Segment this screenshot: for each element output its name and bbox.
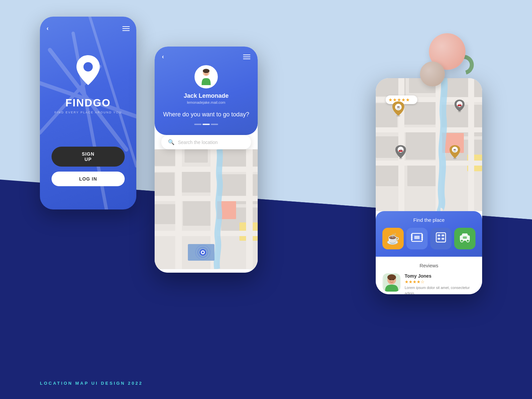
svg-rect-84 bbox=[463, 236, 467, 239]
svg-rect-24 bbox=[155, 231, 258, 236]
svg-text:🚗: 🚗 bbox=[457, 102, 462, 107]
svg-rect-80 bbox=[442, 238, 444, 240]
svg-rect-23 bbox=[155, 196, 258, 201]
svg-rect-42 bbox=[406, 131, 441, 160]
svg-rect-71 bbox=[411, 238, 413, 240]
svg-point-31 bbox=[202, 251, 204, 253]
svg-rect-75 bbox=[414, 236, 420, 239]
find-place-section: Find the place ☕ bbox=[376, 211, 482, 257]
phone2-map bbox=[155, 149, 258, 269]
review-content: Tomy Jones ★★★★☆ Lorem ipsum dolor sit a… bbox=[405, 273, 475, 294]
phone-map-search: ‹ bbox=[155, 47, 258, 273]
svg-rect-14 bbox=[155, 173, 175, 199]
page-indicator bbox=[194, 124, 218, 125]
svg-rect-70 bbox=[411, 236, 413, 238]
phone-find-place: ★★★★★ ☕ 🚗 bbox=[376, 78, 482, 294]
svg-rect-49 bbox=[376, 127, 482, 132]
phone1-buttons: SIGN UP LOG IN bbox=[40, 147, 136, 186]
phone2-search-area: 🔍 Search the location bbox=[155, 130, 258, 149]
decorative-sphere-taupe bbox=[420, 62, 445, 86]
signup-button[interactable]: SIGN UP bbox=[52, 147, 125, 167]
search-placeholder-text[interactable]: Search the location bbox=[178, 140, 218, 145]
indicator-1 bbox=[194, 124, 201, 125]
reviews-section: Reviews bbox=[376, 257, 482, 294]
login-button[interactable]: LOG IN bbox=[52, 172, 125, 186]
svg-rect-76 bbox=[436, 233, 446, 242]
user-avatar bbox=[195, 65, 218, 88]
phone-findgo: ‹ FINDGO FIND EVERY PLACE AROUND YOU bbox=[40, 17, 136, 209]
cat-taxi[interactable] bbox=[454, 228, 475, 249]
search-icon: 🔍 bbox=[168, 139, 175, 145]
svg-point-8 bbox=[204, 72, 205, 73]
review-item: Tomy Jones ★★★★☆ Lorem ipsum dolor sit a… bbox=[382, 273, 475, 294]
phone2-back-icon[interactable]: ‹ bbox=[162, 53, 164, 60]
star-rating: ★★★★☆ bbox=[405, 279, 475, 284]
svg-rect-50 bbox=[376, 161, 482, 166]
review-text: Lorem ipsum dolor sit amet, consectetur … bbox=[405, 285, 475, 294]
svg-rect-25 bbox=[175, 149, 182, 269]
svg-point-7 bbox=[203, 69, 209, 73]
avatar-svg bbox=[198, 68, 214, 85]
phone2-profile: Jack Lemonade lemonadejake.mail.com Wher… bbox=[162, 65, 250, 125]
svg-point-89 bbox=[393, 279, 394, 280]
svg-rect-69 bbox=[411, 234, 413, 236]
category-icons: ☕ bbox=[382, 228, 475, 249]
svg-rect-15 bbox=[181, 169, 211, 193]
svg-rect-72 bbox=[421, 234, 423, 236]
reviews-title: Reviews bbox=[382, 263, 475, 268]
user-email: lemonadejake.mail.com bbox=[187, 100, 225, 104]
svg-text:🚗: 🚗 bbox=[398, 148, 403, 152]
phone2-menu-icon[interactable] bbox=[243, 55, 250, 59]
svg-point-9 bbox=[207, 72, 208, 73]
svg-rect-77 bbox=[438, 234, 440, 236]
cat-coffee[interactable]: ☕ bbox=[382, 228, 404, 249]
svg-point-5 bbox=[83, 62, 93, 71]
phone3-map-svg: ★★★★★ ☕ 🚗 bbox=[376, 78, 482, 211]
svg-point-83 bbox=[466, 239, 469, 242]
footer-text: LOCATION MAP UI DESIGN 2022 bbox=[40, 381, 143, 386]
svg-rect-12 bbox=[185, 149, 208, 163]
svg-line-3 bbox=[90, 17, 136, 166]
svg-point-82 bbox=[461, 239, 463, 242]
phone2-header: ‹ bbox=[162, 53, 250, 60]
svg-rect-73 bbox=[421, 236, 423, 238]
indicator-3 bbox=[211, 124, 218, 125]
map-svg bbox=[155, 149, 258, 269]
phone2-top-section: ‹ bbox=[155, 47, 258, 135]
svg-rect-74 bbox=[421, 238, 423, 240]
user-question: Where do you want to go today? bbox=[163, 110, 249, 119]
svg-rect-78 bbox=[442, 234, 444, 236]
phone3-bottom: Find the place ☕ bbox=[376, 211, 482, 294]
reviewer-avatar bbox=[382, 273, 401, 292]
svg-rect-53 bbox=[468, 78, 474, 211]
svg-rect-27 bbox=[246, 149, 253, 269]
reviewer-name: Tomy Jones bbox=[405, 273, 475, 279]
svg-point-88 bbox=[389, 279, 391, 280]
svg-text:☕: ☕ bbox=[453, 148, 457, 152]
svg-rect-79 bbox=[438, 238, 440, 240]
location-pin-icon bbox=[73, 54, 103, 87]
indicator-2 bbox=[202, 124, 210, 125]
svg-text:☕: ☕ bbox=[396, 105, 401, 110]
find-place-title: Find the place bbox=[382, 217, 475, 223]
cat-cinema[interactable] bbox=[406, 228, 428, 249]
search-box[interactable]: 🔍 Search the location bbox=[161, 135, 251, 149]
svg-rect-17 bbox=[155, 204, 178, 224]
cat-hotel[interactable] bbox=[430, 228, 452, 249]
phone2-bottom-nav bbox=[155, 269, 258, 273]
svg-point-87 bbox=[387, 274, 396, 280]
svg-rect-22 bbox=[155, 167, 258, 172]
phone3-map: ★★★★★ ☕ 🚗 bbox=[376, 78, 482, 211]
user-name: Jack Lemonade bbox=[184, 92, 228, 99]
